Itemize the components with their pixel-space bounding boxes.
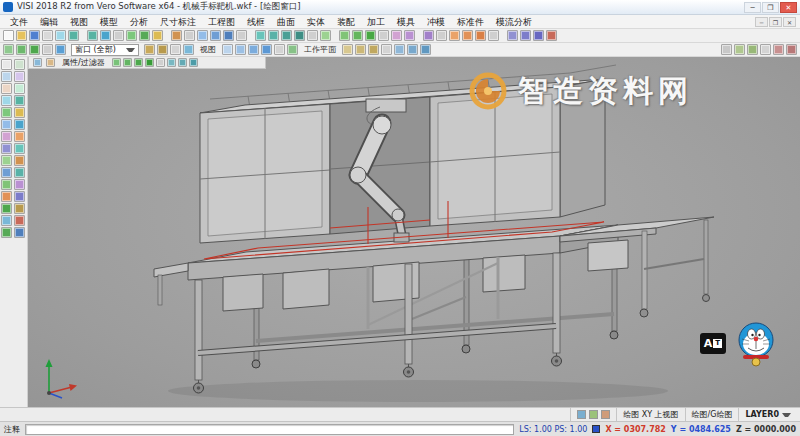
tool-icon[interactable] — [734, 44, 745, 55]
workplane-tool-icon[interactable] — [381, 44, 392, 55]
view-tool-icon[interactable] — [274, 44, 285, 55]
menu-item[interactable]: 模具 — [391, 15, 421, 29]
tool-icon[interactable] — [42, 44, 53, 55]
selection-filter-icon[interactable] — [178, 58, 187, 67]
tool-icon[interactable] — [14, 227, 25, 238]
workplane-tool-icon[interactable] — [342, 44, 353, 55]
tool-icon[interactable] — [339, 30, 350, 41]
tool-icon[interactable] — [14, 203, 25, 214]
tool-icon[interactable] — [721, 44, 732, 55]
tool-icon[interactable] — [320, 30, 331, 41]
view-tool-icon[interactable] — [261, 44, 272, 55]
menu-item[interactable]: 分析 — [124, 15, 154, 29]
tool-icon[interactable] — [365, 30, 376, 41]
tool-icon[interactable] — [14, 179, 25, 190]
tool-icon[interactable] — [16, 30, 27, 41]
menu-item[interactable]: 模型 — [94, 15, 124, 29]
doc-restore-button[interactable]: ❐ — [769, 17, 782, 27]
tool-icon[interactable] — [14, 131, 25, 142]
tool-icon[interactable] — [223, 30, 234, 41]
tool-icon[interactable] — [423, 30, 434, 41]
workplane-tool-icon[interactable] — [394, 44, 405, 55]
tool-icon[interactable] — [1, 107, 12, 118]
tool-icon[interactable] — [436, 30, 447, 41]
tool-icon[interactable] — [1, 59, 12, 70]
selection-filter-icon[interactable] — [156, 58, 165, 67]
cad-model[interactable] — [28, 57, 800, 407]
tool-icon[interactable] — [760, 44, 771, 55]
tool-icon[interactable] — [1, 179, 12, 190]
menu-item[interactable]: 加工 — [361, 15, 391, 29]
tool-icon[interactable] — [1, 227, 12, 238]
tool-icon[interactable] — [14, 119, 25, 130]
tool-icon[interactable] — [747, 44, 758, 55]
menu-item[interactable]: 视图 — [64, 15, 94, 29]
selection-filter-icon[interactable] — [123, 58, 132, 67]
tool-icon[interactable] — [1, 71, 12, 82]
tool-icon[interactable] — [1, 119, 12, 130]
tool-icon[interactable] — [1, 155, 12, 166]
tool-icon[interactable] — [171, 30, 182, 41]
tool-icon[interactable] — [68, 30, 79, 41]
command-input[interactable] — [25, 424, 514, 435]
tool-icon[interactable] — [462, 30, 473, 41]
tool-icon[interactable] — [475, 30, 486, 41]
tool-icon[interactable] — [55, 44, 66, 55]
tool-icon[interactable] — [14, 83, 25, 94]
tool-icon[interactable] — [210, 30, 221, 41]
cad-viewport[interactable]: 智造资料网 A T — [28, 57, 800, 407]
tool-icon[interactable] — [29, 30, 40, 41]
status-tool-icon[interactable] — [577, 410, 586, 419]
tool-icon[interactable] — [184, 30, 195, 41]
tool-icon[interactable] — [488, 30, 499, 41]
filter-icon[interactable] — [46, 58, 55, 67]
menu-item[interactable]: 曲面 — [271, 15, 301, 29]
tool-icon[interactable] — [14, 167, 25, 178]
workplane-tool-icon[interactable] — [368, 44, 379, 55]
tool-icon[interactable] — [42, 30, 53, 41]
tool-icon[interactable] — [1, 83, 12, 94]
draw-mode-status[interactable]: 绘图/G绘图 — [685, 408, 739, 421]
selection-filter-icon[interactable] — [167, 58, 176, 67]
tool-icon[interactable] — [294, 30, 305, 41]
view-tool-icon[interactable] — [287, 44, 298, 55]
tool-icon[interactable] — [14, 155, 25, 166]
tool-icon[interactable] — [16, 44, 27, 55]
tool-icon[interactable] — [14, 143, 25, 154]
tool-icon[interactable] — [520, 30, 531, 41]
workplane-tool-icon[interactable] — [420, 44, 431, 55]
workplane-tool-icon[interactable] — [355, 44, 366, 55]
tool-icon[interactable] — [1, 191, 12, 202]
tool-icon[interactable] — [268, 30, 279, 41]
property-icon[interactable] — [33, 58, 42, 67]
tool-icon[interactable] — [14, 215, 25, 226]
tool-icon[interactable] — [1, 167, 12, 178]
tool-icon[interactable] — [378, 30, 389, 41]
tool-icon[interactable] — [449, 30, 460, 41]
doc-close-button[interactable]: ✕ — [783, 17, 796, 27]
maximize-button[interactable]: ❐ — [762, 2, 779, 13]
current-color-swatch[interactable] — [592, 425, 600, 433]
tool-icon[interactable] — [55, 30, 66, 41]
tool-icon[interactable] — [14, 107, 25, 118]
tool-icon[interactable] — [307, 30, 318, 41]
close-button[interactable]: ✕ — [780, 2, 797, 13]
view-tool-icon[interactable] — [222, 44, 233, 55]
menu-item[interactable]: 装配 — [331, 15, 361, 29]
selection-filter-icon[interactable] — [145, 58, 154, 67]
workplane-status[interactable]: 绘图 XY 上视图 — [616, 408, 684, 421]
view-tool-icon[interactable] — [248, 44, 259, 55]
property-filter-label[interactable]: 属性/过滤器 — [58, 57, 109, 68]
view-tool-icon[interactable] — [235, 44, 246, 55]
tool-icon[interactable] — [1, 95, 12, 106]
menu-item[interactable]: 文件 — [4, 15, 34, 29]
tool-icon[interactable] — [391, 30, 402, 41]
selection-filter-icon[interactable] — [112, 58, 121, 67]
tool-icon[interactable] — [157, 44, 168, 55]
tool-icon[interactable] — [1, 215, 12, 226]
selection-filter-icon[interactable] — [134, 58, 143, 67]
tool-icon[interactable] — [507, 30, 518, 41]
tool-icon[interactable] — [1, 131, 12, 142]
menu-item[interactable]: 编辑 — [34, 15, 64, 29]
status-tool-icon[interactable] — [601, 410, 610, 419]
